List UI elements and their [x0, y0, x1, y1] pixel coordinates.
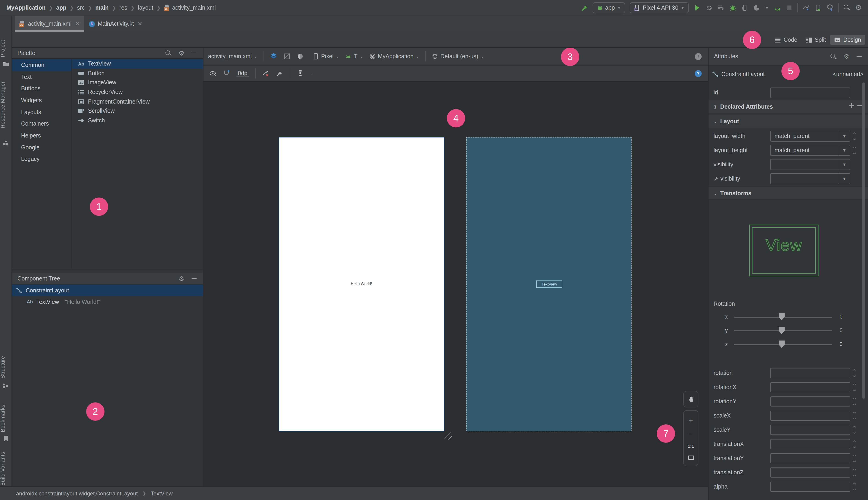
- search-icon[interactable]: [165, 50, 172, 56]
- search-everywhere-icon[interactable]: [843, 4, 850, 11]
- build-hammer-icon[interactable]: [580, 4, 588, 11]
- field-pill[interactable]: [853, 398, 856, 405]
- breadcrumb-main[interactable]: main: [95, 4, 108, 11]
- close-tab-icon[interactable]: ✕: [137, 21, 142, 27]
- field-pill[interactable]: [853, 412, 856, 419]
- width-constraint-pill[interactable]: [853, 133, 856, 140]
- zoom-actual-size-button[interactable]: 1:1: [688, 444, 694, 449]
- tools-visibility-combo[interactable]: ▼: [770, 173, 850, 184]
- palette-item-scrollview[interactable]: ScrollView: [72, 106, 203, 116]
- panel-splitter[interactable]: [12, 270, 203, 273]
- height-constraint-pill[interactable]: [853, 147, 856, 154]
- sidebar-item-project[interactable]: Project: [0, 37, 12, 59]
- run-config-selector[interactable]: app ▼: [592, 2, 625, 13]
- help-icon[interactable]: ?: [695, 70, 701, 77]
- bookmarks-icon[interactable]: [3, 435, 9, 442]
- visibility-combo[interactable]: ▼: [770, 159, 850, 170]
- close-tab-icon[interactable]: ✕: [75, 21, 80, 27]
- scaley-input[interactable]: [770, 425, 850, 435]
- field-pill[interactable]: [853, 384, 856, 391]
- run-button[interactable]: [693, 4, 701, 11]
- field-pill[interactable]: [853, 483, 856, 490]
- apply-changes-icon[interactable]: A: [705, 4, 713, 11]
- palette-category-buttons[interactable]: Buttons: [12, 83, 71, 94]
- api-version-menu[interactable]: T ⌄: [345, 53, 363, 59]
- slider-thumb[interactable]: [779, 327, 785, 334]
- translationx-input[interactable]: [770, 439, 850, 449]
- tree-node-textview[interactable]: Ab TextView "Hello World!": [12, 296, 203, 307]
- split-view-button[interactable]: Split: [801, 35, 830, 45]
- sidebar-item-build-variants[interactable]: Build Variants: [0, 447, 12, 491]
- profiler-icon[interactable]: [753, 4, 760, 11]
- sdk-manager-icon[interactable]: [826, 4, 834, 11]
- palette-category-widgets[interactable]: Widgets: [12, 94, 71, 106]
- stop-button[interactable]: [786, 4, 793, 11]
- field-pill[interactable]: [853, 455, 856, 462]
- hello-world-text[interactable]: Hello World!: [279, 281, 444, 286]
- attach-debugger-icon[interactable]: [741, 4, 749, 11]
- file-selector[interactable]: activity_main.xml ⌄: [208, 53, 257, 59]
- pack-align-icon[interactable]: [297, 70, 304, 77]
- breadcrumb-app[interactable]: app: [56, 4, 66, 11]
- hide-panel-icon[interactable]: [191, 50, 197, 56]
- search-icon[interactable]: [830, 53, 837, 59]
- hide-panel-icon[interactable]: [856, 53, 863, 59]
- canvas-resize-handle[interactable]: [445, 432, 452, 440]
- gear-icon[interactable]: ⚙: [179, 50, 184, 56]
- palette-item-textview[interactable]: Ab TextView: [72, 59, 203, 69]
- run-tasks-icon[interactable]: [717, 4, 724, 11]
- alpha-input[interactable]: [770, 482, 850, 492]
- autoconnect-icon[interactable]: [223, 70, 230, 77]
- sync-project-icon[interactable]: [774, 4, 781, 11]
- tab-main-activity[interactable]: MainActivity.kt ✕: [84, 16, 147, 32]
- declared-attributes-section[interactable]: ❯ Declared Attributes: [709, 100, 868, 113]
- palette-category-helpers[interactable]: Helpers: [12, 130, 71, 141]
- palette-item-imageview[interactable]: ImageView: [72, 78, 203, 87]
- error-indicator-icon[interactable]: !: [695, 53, 701, 60]
- palette-item-recyclerview[interactable]: RecyclerView: [72, 88, 203, 97]
- resource-manager-icon[interactable]: [3, 140, 9, 146]
- gear-icon[interactable]: ⚙: [844, 53, 849, 59]
- sidebar-item-resource-manager[interactable]: Resource Manager: [0, 79, 12, 130]
- breadcrumb-res[interactable]: res: [119, 4, 127, 11]
- rotationx-input[interactable]: [770, 382, 850, 392]
- blueprint-mode-icon[interactable]: [283, 53, 290, 60]
- locale-menu[interactable]: Default (en-us) ⌄: [432, 53, 484, 59]
- zoom-to-fit-button[interactable]: [688, 456, 694, 460]
- status-path-root[interactable]: androidx.constraintlayout.widget.Constra…: [16, 490, 138, 497]
- field-pill[interactable]: [853, 370, 856, 377]
- scrollbar[interactable]: [862, 82, 865, 399]
- settings-gear-icon[interactable]: ⚙: [855, 4, 863, 11]
- transforms-section[interactable]: ⌄ Transforms: [709, 186, 868, 200]
- device-manager-icon[interactable]: [814, 4, 822, 11]
- translationz-input[interactable]: [770, 467, 850, 478]
- status-path-leaf[interactable]: TextView: [151, 490, 173, 497]
- layout-inspector-icon[interactable]: [802, 4, 810, 11]
- scalex-input[interactable]: [770, 411, 850, 421]
- blueprint-textview[interactable]: TextView: [536, 281, 562, 288]
- palette-item-switch[interactable]: Switch: [72, 116, 203, 125]
- field-pill[interactable]: [853, 469, 856, 476]
- pan-button[interactable]: [683, 391, 698, 407]
- breadcrumb-file[interactable]: activity_main.xml: [172, 4, 216, 11]
- design-surface-icon[interactable]: [270, 53, 277, 60]
- blueprint-preview[interactable]: TextView: [466, 137, 631, 431]
- palette-category-containers[interactable]: Containers: [12, 118, 71, 130]
- project-folder-icon[interactable]: [3, 60, 9, 67]
- transform-preview[interactable]: View: [749, 225, 819, 276]
- id-input[interactable]: [770, 87, 850, 98]
- tab-activity-main[interactable]: <> activity_main.xml ✕: [15, 16, 84, 32]
- slider-thumb[interactable]: [779, 313, 785, 320]
- design-canvas[interactable]: Hello World! TextView + − 1:1: [203, 82, 708, 486]
- layout-width-combo[interactable]: match_parent▼: [770, 130, 850, 141]
- hide-panel-icon[interactable]: [191, 275, 197, 282]
- view-options-icon[interactable]: [209, 70, 216, 77]
- add-attribute-icon[interactable]: [848, 103, 855, 109]
- translationy-input[interactable]: [770, 453, 850, 463]
- gear-icon[interactable]: ⚙: [179, 275, 184, 282]
- rotation-input[interactable]: [770, 368, 850, 378]
- palette-item-button[interactable]: Button: [72, 69, 203, 78]
- design-view-button[interactable]: Design: [830, 35, 865, 45]
- zoom-out-button[interactable]: −: [689, 430, 693, 437]
- palette-category-layouts[interactable]: Layouts: [12, 106, 71, 118]
